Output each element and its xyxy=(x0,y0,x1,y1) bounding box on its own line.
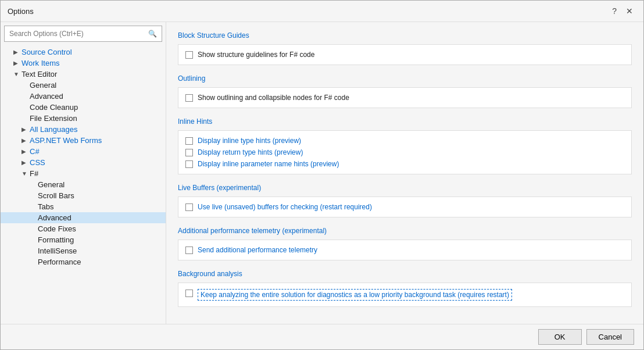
tree-item-aspnet[interactable]: ▶ASP.NET Web Forms xyxy=(1,135,166,146)
cb-show-structure[interactable] xyxy=(185,51,193,59)
checkbox-row-send-telemetry: Send additional performance telemetry xyxy=(185,246,624,254)
cb-label-background-analysis: Keep analyzing the entire solution for d… xyxy=(198,289,512,301)
section-outlining: Outlining Show outlining and collapsible… xyxy=(178,74,632,108)
section-performance-telemetry-box: Send additional performance telemetry xyxy=(178,240,632,260)
cb-label-show-structure: Show structure guidelines for F# code xyxy=(198,51,314,59)
tree-item-fsharp-general[interactable]: General xyxy=(1,179,166,190)
dialog-body: 🔍 ▶Source Control▶Work Items▼Text Editor… xyxy=(1,22,643,324)
tree-item-fsharp-intellisense[interactable]: IntelliSense xyxy=(1,245,166,256)
section-background-analysis: Background analysis Keep analyzing the e… xyxy=(178,270,632,307)
tree-label-csharp: C# xyxy=(30,147,163,156)
close-button[interactable]: ✕ xyxy=(622,5,636,17)
tree-arrow-fsharp: ▼ xyxy=(22,170,30,177)
tree-item-fsharp-tabs[interactable]: Tabs xyxy=(1,201,166,212)
cb-param-name[interactable] xyxy=(185,160,193,168)
tree-label-fsharp-tabs: Tabs xyxy=(38,202,163,211)
tree-label-fsharp-codefixes: Code Fixes xyxy=(38,224,163,233)
ok-button[interactable]: OK xyxy=(538,329,582,345)
section-block-structure-title: Block Structure Guides xyxy=(178,31,632,40)
tree-label-css: CSS xyxy=(30,158,163,167)
tree-item-fsharp-advanced[interactable]: Advanced xyxy=(1,212,166,223)
tree-arrow-css: ▶ xyxy=(22,159,30,166)
cb-background-analysis[interactable] xyxy=(185,290,193,297)
tree-label-fsharp-formatting: Formatting xyxy=(38,235,163,244)
cb-label-param-name: Display inline parameter name hints (pre… xyxy=(198,160,339,168)
title-bar-controls: ? ✕ xyxy=(609,5,636,17)
dialog-footer: OK Cancel xyxy=(1,324,643,349)
cb-label-outlining: Show outlining and collapsible nodes for… xyxy=(198,94,349,102)
cb-inline-type[interactable] xyxy=(185,137,193,145)
checkbox-row-show-structure: Show structure guidelines for F# code xyxy=(185,51,624,59)
cb-label-inline-type: Display inline type hints (preview) xyxy=(198,137,301,145)
cb-label-send-telemetry: Send additional performance telemetry xyxy=(198,246,317,254)
section-outlining-title: Outlining xyxy=(178,74,632,83)
tree-item-advanced[interactable]: Advanced xyxy=(1,91,166,102)
tree-item-code-cleanup[interactable]: Code Cleanup xyxy=(1,102,166,113)
section-live-buffers-box: Use live (unsaved) buffers for checking … xyxy=(178,197,632,217)
cb-return-type[interactable] xyxy=(185,149,193,156)
tree-item-css[interactable]: ▶CSS xyxy=(1,157,166,168)
tree-item-general[interactable]: General xyxy=(1,80,166,91)
tree-item-fsharp[interactable]: ▼F# xyxy=(1,168,166,179)
checkbox-row-param-name: Display inline parameter name hints (pre… xyxy=(185,160,624,168)
tree-label-code-cleanup: Code Cleanup xyxy=(30,103,163,112)
tree-item-fsharp-scrollbars[interactable]: Scroll Bars xyxy=(1,190,166,201)
tree-label-fsharp-intellisense: IntelliSense xyxy=(38,247,163,255)
tree-arrow-all-languages: ▶ xyxy=(22,126,30,133)
section-inline-hints-title: Inline Hints xyxy=(178,117,632,126)
dialog-title: Options xyxy=(8,7,34,16)
cb-label-live-buffers: Use live (unsaved) buffers for checking … xyxy=(198,203,372,211)
section-inline-hints: Inline Hints Display inline type hints (… xyxy=(178,117,632,174)
tree-arrow-csharp: ▶ xyxy=(22,148,30,155)
section-performance-telemetry: Additional performance telemetry (experi… xyxy=(178,227,632,260)
tree-label-all-languages: All Languages xyxy=(30,125,163,134)
sidebar: 🔍 ▶Source Control▶Work Items▼Text Editor… xyxy=(1,22,166,324)
checkbox-row-inline-type: Display inline type hints (preview) xyxy=(185,137,624,145)
section-outlining-box: Show outlining and collapsible nodes for… xyxy=(178,87,632,108)
tree-arrow-aspnet: ▶ xyxy=(22,137,30,144)
section-block-structure: Block Structure Guides Show structure gu… xyxy=(178,31,632,65)
tree-item-text-editor[interactable]: ▼Text Editor xyxy=(1,69,166,80)
search-box[interactable]: 🔍 xyxy=(4,26,162,42)
tree-arrow-source-control: ▶ xyxy=(13,49,22,55)
help-button[interactable]: ? xyxy=(609,5,620,17)
tree-label-source-control: Source Control xyxy=(22,48,163,56)
tree-label-file-extension: File Extension xyxy=(30,114,163,123)
tree-item-work-items[interactable]: ▶Work Items xyxy=(1,58,166,69)
tree-item-fsharp-codefixes[interactable]: Code Fixes xyxy=(1,223,166,234)
tree-item-fsharp-performance[interactable]: Performance xyxy=(1,256,166,267)
cb-live-buffers[interactable] xyxy=(185,203,193,211)
tree-label-fsharp-advanced: Advanced xyxy=(38,213,163,222)
section-block-structure-box: Show structure guidelines for F# code xyxy=(178,44,632,65)
section-background-analysis-box: Keep analyzing the entire solution for d… xyxy=(178,283,632,307)
tree-item-fsharp-formatting[interactable]: Formatting xyxy=(1,234,166,245)
tree-arrow-text-editor: ▼ xyxy=(13,71,22,77)
main-content: Block Structure Guides Show structure gu… xyxy=(166,22,643,324)
search-icon: 🔍 xyxy=(148,30,157,38)
cb-send-telemetry[interactable] xyxy=(185,247,193,254)
tree-item-csharp[interactable]: ▶C# xyxy=(1,146,166,157)
tree-label-advanced: Advanced xyxy=(30,92,163,101)
tree-item-file-extension[interactable]: File Extension xyxy=(1,113,166,124)
title-bar: Options ? ✕ xyxy=(1,1,643,22)
tree-item-source-control[interactable]: ▶Source Control xyxy=(1,47,166,58)
section-background-analysis-title: Background analysis xyxy=(178,270,632,278)
checkbox-row-return-type: Display return type hints (preview) xyxy=(185,148,624,156)
section-performance-telemetry-title: Additional performance telemetry (experi… xyxy=(178,227,632,235)
cb-outlining[interactable] xyxy=(185,94,193,102)
tree-label-fsharp: F# xyxy=(30,169,163,178)
tree-label-general: General xyxy=(30,81,163,90)
tree-label-fsharp-scrollbars: Scroll Bars xyxy=(38,191,163,200)
search-input[interactable] xyxy=(9,30,148,38)
tree: ▶Source Control▶Work Items▼Text EditorGe… xyxy=(1,45,166,324)
tree-item-all-languages[interactable]: ▶All Languages xyxy=(1,124,166,135)
tree-label-fsharp-general: General xyxy=(38,180,163,189)
section-live-buffers: Live Buffers (experimental) Use live (un… xyxy=(178,184,632,217)
checkbox-row-background-analysis: Keep analyzing the entire solution for d… xyxy=(185,289,624,301)
cancel-button[interactable]: Cancel xyxy=(586,329,634,345)
checkbox-row-live-buffers: Use live (unsaved) buffers for checking … xyxy=(185,203,624,211)
tree-label-fsharp-performance: Performance xyxy=(38,258,163,266)
tree-label-work-items: Work Items xyxy=(22,59,163,67)
section-inline-hints-box: Display inline type hints (preview) Disp… xyxy=(178,130,632,174)
tree-label-aspnet: ASP.NET Web Forms xyxy=(30,136,163,145)
